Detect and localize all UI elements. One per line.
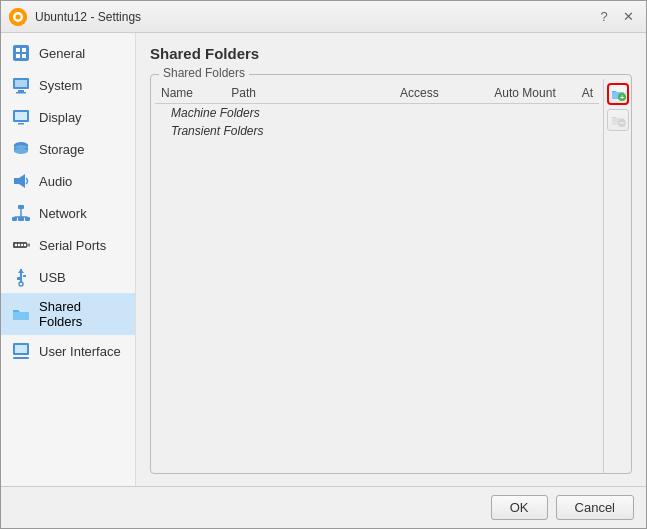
svg-rect-5 (22, 48, 26, 52)
svg-rect-10 (18, 90, 24, 92)
network-icon (11, 203, 31, 223)
sidebar-label-usb: USB (39, 270, 66, 285)
col-spacer1 (284, 83, 364, 104)
sidebar-label-user-interface: User Interface (39, 344, 121, 359)
svg-rect-4 (16, 48, 20, 52)
sidebar-item-usb[interactable]: USB (1, 261, 135, 293)
group-box-label: Shared Folders (159, 66, 249, 80)
sidebar-item-system[interactable]: System (1, 69, 135, 101)
svg-rect-40 (15, 345, 27, 353)
col-at: At (562, 83, 599, 104)
svg-point-38 (19, 282, 23, 286)
app-icon (9, 8, 27, 26)
content-area: General System (1, 33, 646, 486)
sidebar-label-serial-ports: Serial Ports (39, 238, 106, 253)
serial-ports-icon (11, 235, 31, 255)
remove-shared-folder-button[interactable] (607, 109, 629, 131)
machine-folders-label: Machine Folders (155, 104, 599, 123)
user-interface-icon (11, 341, 31, 361)
sidebar-item-storage[interactable]: Storage (1, 133, 135, 165)
svg-rect-3 (13, 45, 29, 61)
svg-rect-14 (18, 123, 24, 125)
help-button[interactable]: ? (594, 7, 614, 27)
svg-marker-35 (18, 269, 24, 273)
svg-point-32 (24, 244, 26, 246)
folders-table: Name Path Access Auto Mount At (155, 83, 599, 140)
svg-point-2 (16, 14, 21, 19)
cancel-button[interactable]: Cancel (556, 495, 634, 520)
svg-text:+: + (619, 93, 624, 102)
svg-point-19 (14, 148, 28, 154)
svg-rect-20 (14, 178, 19, 184)
page-title: Shared Folders (150, 45, 632, 62)
svg-rect-6 (16, 54, 20, 58)
main-panel: Shared Folders Shared Folders Name Path … (136, 33, 646, 486)
transient-folders-row: Transient Folders (155, 122, 599, 140)
machine-folders-row: Machine Folders (155, 104, 599, 123)
sidebar-item-serial-ports[interactable]: Serial Ports (1, 229, 135, 261)
sidebar-label-display: Display (39, 110, 82, 125)
svg-rect-9 (15, 80, 27, 87)
sidebar-label-network: Network (39, 206, 87, 221)
sidebar-label-audio: Audio (39, 174, 72, 189)
col-path: Path (225, 83, 284, 104)
close-button[interactable]: ✕ (618, 7, 638, 27)
sidebar-item-display[interactable]: Display (1, 101, 135, 133)
settings-window: Ubuntu12 - Settings ? ✕ Ge (0, 0, 647, 529)
titlebar-left: Ubuntu12 - Settings (9, 8, 141, 26)
svg-point-30 (18, 244, 20, 246)
sidebar-item-network[interactable]: Network (1, 197, 135, 229)
folder-list: Name Path Access Auto Mount At (151, 79, 603, 473)
svg-marker-21 (19, 174, 25, 188)
sidebar-item-shared-folders[interactable]: Shared Folders (1, 293, 135, 335)
svg-rect-33 (27, 244, 30, 247)
add-shared-folder-button[interactable]: + (607, 83, 629, 105)
col-name: Name (155, 83, 225, 104)
sidebar-item-general[interactable]: General (1, 37, 135, 69)
display-icon (11, 107, 31, 127)
sidebar-item-user-interface[interactable]: User Interface (1, 335, 135, 367)
shared-folders-group: Shared Folders Name Path Access Auto Mou… (150, 74, 632, 474)
svg-rect-11 (16, 92, 26, 94)
usb-icon (11, 267, 31, 287)
system-icon (11, 75, 31, 95)
window-title: Ubuntu12 - Settings (35, 10, 141, 24)
svg-point-31 (21, 244, 23, 246)
svg-rect-13 (15, 112, 27, 120)
sidebar-label-shared-folders: Shared Folders (39, 299, 125, 329)
shared-folders-icon (11, 304, 31, 324)
sidebar-label-system: System (39, 78, 82, 93)
sidebar: General System (1, 33, 136, 486)
titlebar-controls: ? ✕ (594, 7, 638, 27)
svg-rect-36 (17, 277, 21, 280)
sidebar-label-general: General (39, 46, 85, 61)
audio-icon (11, 171, 31, 191)
transient-folders-label: Transient Folders (155, 122, 599, 140)
titlebar: Ubuntu12 - Settings ? ✕ (1, 1, 646, 33)
sidebar-item-audio[interactable]: Audio (1, 165, 135, 197)
general-icon (11, 43, 31, 63)
svg-rect-22 (18, 205, 24, 209)
svg-rect-37 (23, 275, 26, 277)
sidebar-label-storage: Storage (39, 142, 85, 157)
svg-rect-45 (619, 123, 624, 124)
ok-button[interactable]: OK (491, 495, 548, 520)
storage-icon (11, 139, 31, 159)
svg-rect-7 (22, 54, 26, 58)
shared-folders-container: Name Path Access Auto Mount At (151, 79, 631, 473)
footer: OK Cancel (1, 486, 646, 528)
col-auto-mount: Auto Mount (445, 83, 562, 104)
side-toolbar: + (603, 79, 631, 473)
svg-rect-41 (13, 357, 29, 359)
svg-point-29 (15, 244, 17, 246)
col-access: Access (364, 83, 445, 104)
